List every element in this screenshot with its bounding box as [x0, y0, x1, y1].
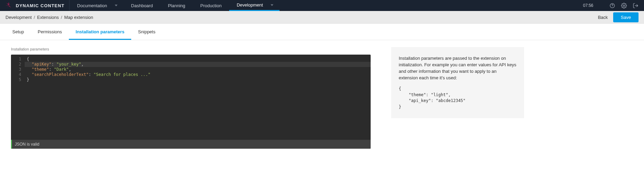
svg-marker-2 — [9, 5, 11, 8]
help-icon[interactable] — [607, 0, 617, 11]
breadcrumb-sep: / — [61, 15, 62, 20]
code-token: "Search for places ..." — [94, 72, 150, 77]
section-label: Installation parameters — [11, 47, 371, 51]
nav-development[interactable]: Development — [229, 0, 280, 11]
save-button[interactable]: Save — [613, 12, 639, 22]
json-editor[interactable]: 1 2 3 4 5 { "apiKey": "your_key", "theme… — [11, 55, 371, 149]
nav-documentation[interactable]: Documentation — [70, 0, 123, 11]
svg-marker-3 — [7, 5, 9, 8]
help-text: Installation parameters are passed to th… — [399, 55, 517, 81]
time-display[interactable]: 07:56 — [577, 0, 606, 11]
logout-icon[interactable] — [630, 0, 641, 11]
subheader: Development / Extensions / Map extension… — [0, 11, 644, 24]
line-number: 2 — [11, 62, 21, 67]
breadcrumb-extensions[interactable]: Extensions — [37, 15, 59, 20]
nav-dashboard-label: Dashboard — [131, 3, 153, 8]
nav-production[interactable]: Production — [193, 0, 229, 11]
nav-documentation-label: Documentation — [77, 3, 107, 8]
code-token: } — [27, 77, 29, 82]
svg-marker-4 — [5, 5, 9, 6]
code-token: "theme" — [32, 67, 49, 72]
status-text: JSON is valid — [15, 142, 39, 147]
line-number: 3 — [11, 67, 21, 72]
svg-point-7 — [612, 7, 612, 7]
brand-text: DYNAMIC CONTENT — [16, 3, 64, 8]
svg-point-8 — [623, 5, 624, 6]
nav-dashboard[interactable]: Dashboard — [124, 0, 161, 11]
line-gutter: 1 2 3 4 5 — [11, 57, 25, 140]
line-number: 5 — [11, 77, 21, 82]
gear-icon[interactable] — [619, 0, 629, 11]
chevron-down-icon — [271, 4, 273, 6]
nav-planning[interactable]: Planning — [160, 0, 193, 11]
code-token: "Dark" — [54, 67, 69, 72]
chevron-down-icon — [115, 5, 117, 7]
tab-snippets[interactable]: Snippets — [131, 24, 162, 40]
help-panel: Installation parameters are passed to th… — [391, 47, 524, 118]
tab-installation-parameters[interactable]: Installation parameters — [69, 24, 131, 40]
line-number: 4 — [11, 72, 21, 77]
nav-development-label: Development — [237, 2, 263, 8]
code-token: { — [27, 57, 29, 61]
tab-setup[interactable]: Setup — [5, 24, 31, 40]
top-nav: DYNAMIC CONTENT Documentation Dashboard … — [0, 0, 644, 11]
code-token: "apiKey" — [32, 62, 51, 67]
content: Installation parameters 1 2 3 4 5 { "api… — [0, 40, 644, 159]
breadcrumb: Development / Extensions / Map extension — [5, 15, 93, 20]
topbar-right: 07:56 — [577, 0, 644, 11]
tabs: Setup Permissions Installation parameter… — [0, 24, 644, 40]
logo-icon — [5, 1, 12, 10]
editor-column: Installation parameters 1 2 3 4 5 { "api… — [11, 47, 371, 149]
time-value: 07:56 — [583, 3, 593, 8]
brand-cell: DYNAMIC CONTENT — [0, 0, 70, 11]
line-number: 1 — [11, 57, 21, 62]
code-token: "your_key" — [57, 62, 81, 67]
back-button[interactable]: Back — [592, 12, 613, 23]
breadcrumb-current: Map extension — [64, 15, 93, 20]
nav-planning-label: Planning — [168, 3, 185, 8]
tab-permissions[interactable]: Permissions — [31, 24, 69, 40]
code-body[interactable]: { "apiKey": "your_key", "theme": "Dark",… — [25, 57, 371, 140]
breadcrumb-development[interactable]: Development — [5, 15, 32, 20]
svg-marker-0 — [9, 2, 9, 5]
svg-marker-5 — [7, 2, 9, 5]
help-example-code: { "theme": "light", "api_key": "abcde123… — [399, 86, 517, 110]
breadcrumb-sep: / — [34, 15, 35, 20]
nav-production-label: Production — [200, 3, 222, 8]
editor-status-bar: JSON is valid — [11, 140, 371, 149]
code-token: "searchPlaceholderText" — [32, 72, 88, 77]
